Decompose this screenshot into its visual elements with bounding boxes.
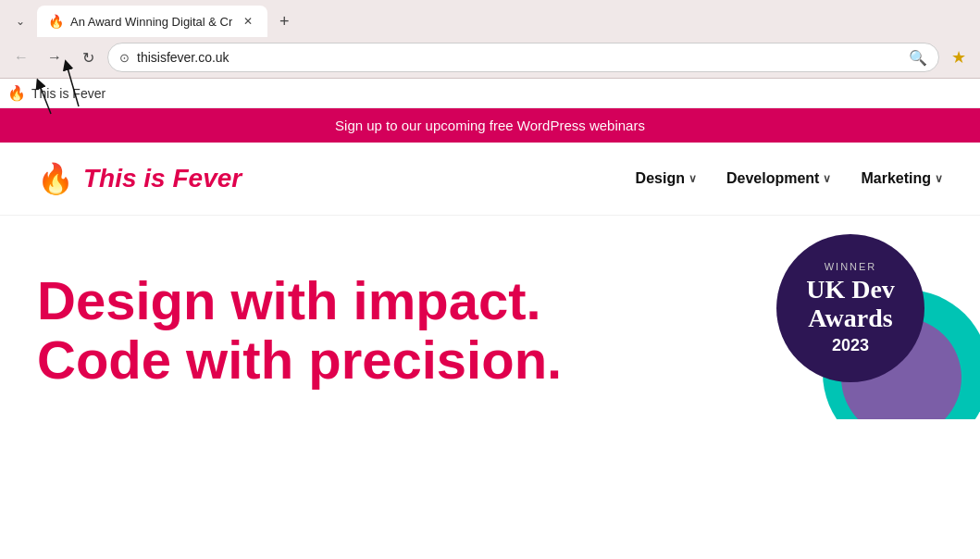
announcement-text: Sign up to our upcoming free WordPress w… — [335, 118, 645, 133]
award-winner-label: WINNER — [825, 261, 877, 272]
back-icon: ← — [14, 49, 29, 66]
site-favicon-flame: 🔥 — [7, 84, 26, 102]
nav-development[interactable]: Development ∨ — [726, 170, 831, 187]
forward-button[interactable]: → — [41, 43, 68, 71]
bookmark-button[interactable]: ★ — [945, 43, 973, 71]
nav-design[interactable]: Design ∨ — [636, 170, 697, 187]
tab-title: An Award Winning Digital & Cr — [70, 15, 232, 29]
nav-marketing[interactable]: Marketing ∨ — [861, 170, 943, 187]
browser-chrome: ⌄ 🔥 An Award Winning Digital & Cr ✕ + ← … — [0, 0, 980, 79]
nav-development-chevron: ∨ — [823, 172, 831, 185]
site-logo[interactable]: 🔥 This is Fever — [37, 161, 242, 196]
reload-button[interactable]: ↻ — [74, 43, 102, 71]
website-content: Sign up to our upcoming free WordPress w… — [0, 108, 980, 419]
site-header: 🔥 This is Fever Design ∨ Development ∨ M… — [0, 143, 980, 216]
security-icon: ⊙ — [119, 51, 130, 65]
hero-line-1: Design with impact. — [37, 271, 592, 330]
nav-bar: ← → ↻ ⊙ thisisfever.co.uk 🔍 ★ — [0, 37, 980, 78]
hero-section: Design with impact. Code with precision.… — [0, 216, 980, 419]
nav-marketing-label: Marketing — [861, 170, 931, 187]
announcement-banner[interactable]: Sign up to our upcoming free WordPress w… — [0, 108, 980, 143]
reload-icon: ↻ — [82, 49, 94, 67]
address-bar[interactable]: ⊙ thisisfever.co.uk 🔍 — [107, 43, 939, 72]
logo-text: This is Fever — [83, 164, 242, 193]
nav-design-label: Design — [636, 170, 685, 187]
award-badge-container: WINNER UK DevAwards 2023 — [776, 234, 924, 382]
plus-icon: + — [279, 12, 290, 31]
site-identity-bar: 🔥 This is Fever — [0, 79, 980, 108]
chevron-down-icon: ⌄ — [16, 15, 25, 28]
award-year: 2023 — [832, 336, 869, 355]
tab-close-button[interactable]: ✕ — [240, 13, 256, 30]
hero-heading: Design with impact. Code with precision. — [37, 271, 592, 390]
tab-list-dropdown[interactable]: ⌄ — [7, 8, 33, 34]
tab-bar: ⌄ 🔥 An Award Winning Digital & Cr ✕ + — [0, 0, 980, 37]
star-icon: ★ — [951, 47, 966, 68]
award-title: UK DevAwards — [806, 276, 895, 333]
active-tab[interactable]: 🔥 An Award Winning Digital & Cr ✕ — [37, 6, 267, 37]
nav-marketing-chevron: ∨ — [935, 172, 943, 185]
address-search-icon[interactable]: 🔍 — [909, 49, 927, 67]
hero-line-2: Code with precision. — [37, 330, 592, 390]
new-tab-button[interactable]: + — [271, 8, 297, 34]
nav-development-label: Development — [726, 170, 819, 187]
site-name-label: This is Fever — [31, 86, 105, 101]
site-navigation: Design ∨ Development ∨ Marketing ∨ — [636, 170, 943, 187]
back-button[interactable]: ← — [7, 43, 35, 71]
url-display: thisisfever.co.uk — [137, 50, 901, 65]
nav-design-chevron: ∨ — [688, 172, 697, 185]
tab-favicon: 🔥 — [48, 14, 63, 29]
award-badge: WINNER UK DevAwards 2023 — [776, 234, 924, 382]
logo-flame-icon: 🔥 — [37, 161, 74, 196]
forward-icon: → — [47, 49, 62, 66]
